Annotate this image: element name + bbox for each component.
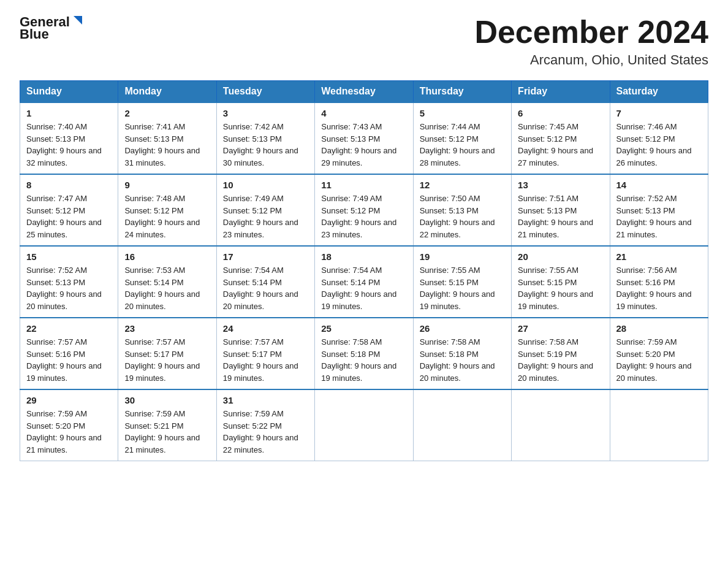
calendar-cell: 14 Sunrise: 7:52 AMSunset: 5:13 PMDaylig… [610, 174, 708, 246]
day-info: Sunrise: 7:52 AMSunset: 5:13 PMDaylight:… [616, 193, 702, 240]
calendar-cell: 8 Sunrise: 7:47 AMSunset: 5:12 PMDayligh… [20, 174, 118, 246]
week-row-4: 22 Sunrise: 7:57 AMSunset: 5:16 PMDaylig… [20, 318, 708, 389]
calendar-cell: 25 Sunrise: 7:58 AMSunset: 5:18 PMDaylig… [315, 318, 413, 389]
day-info: Sunrise: 7:49 AMSunset: 5:12 PMDaylight:… [321, 193, 406, 240]
day-info: Sunrise: 7:54 AMSunset: 5:14 PMDaylight:… [223, 264, 308, 312]
header-monday: Monday [118, 81, 216, 103]
day-info: Sunrise: 7:57 AMSunset: 5:16 PMDaylight:… [26, 336, 112, 384]
logo: General Blue [20, 15, 85, 42]
calendar-cell: 1 Sunrise: 7:40 AMSunset: 5:13 PMDayligh… [20, 102, 118, 174]
day-number: 8 [26, 180, 112, 190]
day-info: Sunrise: 7:43 AMSunset: 5:13 PMDaylight:… [321, 121, 406, 169]
calendar-cell: 30 Sunrise: 7:59 AMSunset: 5:21 PMDaylig… [118, 389, 216, 461]
header-tuesday: Tuesday [216, 81, 314, 103]
calendar-cell: 19 Sunrise: 7:55 AMSunset: 5:15 PMDaylig… [413, 246, 511, 318]
location-title: Arcanum, Ohio, United States [474, 52, 708, 68]
day-info: Sunrise: 7:58 AMSunset: 5:18 PMDaylight:… [420, 336, 505, 384]
calendar-cell: 21 Sunrise: 7:56 AMSunset: 5:16 PMDaylig… [610, 246, 708, 318]
calendar-cell: 2 Sunrise: 7:41 AMSunset: 5:13 PMDayligh… [118, 102, 216, 174]
calendar-cell: 4 Sunrise: 7:43 AMSunset: 5:13 PMDayligh… [315, 102, 413, 174]
calendar-cell [315, 389, 413, 461]
day-info: Sunrise: 7:56 AMSunset: 5:16 PMDaylight:… [616, 264, 702, 312]
calendar-cell: 26 Sunrise: 7:58 AMSunset: 5:18 PMDaylig… [413, 318, 511, 389]
calendar-cell: 15 Sunrise: 7:52 AMSunset: 5:13 PMDaylig… [20, 246, 118, 318]
calendar-cell: 20 Sunrise: 7:55 AMSunset: 5:15 PMDaylig… [512, 246, 610, 318]
header-row: SundayMondayTuesdayWednesdayThursdayFrid… [20, 81, 708, 103]
day-info: Sunrise: 7:55 AMSunset: 5:15 PMDaylight:… [420, 264, 505, 312]
header-thursday: Thursday [413, 81, 511, 103]
day-info: Sunrise: 7:57 AMSunset: 5:17 PMDaylight:… [124, 336, 210, 384]
day-number: 6 [518, 108, 603, 118]
day-number: 2 [124, 108, 210, 118]
calendar-cell: 17 Sunrise: 7:54 AMSunset: 5:14 PMDaylig… [216, 246, 314, 318]
day-number: 14 [616, 180, 702, 190]
day-info: Sunrise: 7:54 AMSunset: 5:14 PMDaylight:… [321, 264, 406, 312]
day-number: 20 [518, 251, 603, 262]
week-row-5: 29 Sunrise: 7:59 AMSunset: 5:20 PMDaylig… [20, 389, 708, 461]
day-info: Sunrise: 7:52 AMSunset: 5:13 PMDaylight:… [26, 264, 112, 312]
day-info: Sunrise: 7:50 AMSunset: 5:13 PMDaylight:… [420, 193, 505, 240]
day-number: 19 [420, 251, 505, 262]
day-number: 1 [26, 108, 112, 118]
calendar-cell: 29 Sunrise: 7:59 AMSunset: 5:20 PMDaylig… [20, 389, 118, 461]
day-info: Sunrise: 7:59 AMSunset: 5:21 PMDaylight:… [124, 408, 210, 456]
day-info: Sunrise: 7:58 AMSunset: 5:19 PMDaylight:… [518, 336, 603, 384]
day-info: Sunrise: 7:47 AMSunset: 5:12 PMDaylight:… [26, 193, 112, 240]
day-info: Sunrise: 7:57 AMSunset: 5:17 PMDaylight:… [223, 336, 308, 384]
day-number: 16 [124, 251, 210, 262]
title-area: December 2024 Arcanum, Ohio, United Stat… [474, 15, 708, 68]
calendar-cell: 18 Sunrise: 7:54 AMSunset: 5:14 PMDaylig… [315, 246, 413, 318]
day-number: 27 [518, 323, 603, 334]
calendar-cell: 31 Sunrise: 7:59 AMSunset: 5:22 PMDaylig… [216, 389, 314, 461]
header-wednesday: Wednesday [315, 81, 413, 103]
day-info: Sunrise: 7:51 AMSunset: 5:13 PMDaylight:… [518, 193, 603, 240]
calendar-cell: 16 Sunrise: 7:53 AMSunset: 5:14 PMDaylig… [118, 246, 216, 318]
day-info: Sunrise: 7:48 AMSunset: 5:12 PMDaylight:… [124, 193, 210, 240]
day-info: Sunrise: 7:58 AMSunset: 5:18 PMDaylight:… [321, 336, 406, 384]
day-number: 23 [124, 323, 210, 334]
calendar-table: SundayMondayTuesdayWednesdayThursdayFrid… [20, 80, 708, 461]
day-number: 10 [223, 180, 308, 190]
day-number: 28 [616, 323, 702, 334]
calendar-cell: 6 Sunrise: 7:45 AMSunset: 5:12 PMDayligh… [512, 102, 610, 174]
day-number: 25 [321, 323, 406, 334]
day-info: Sunrise: 7:40 AMSunset: 5:13 PMDaylight:… [26, 121, 112, 169]
day-number: 31 [223, 395, 308, 405]
calendar-cell: 28 Sunrise: 7:59 AMSunset: 5:20 PMDaylig… [610, 318, 708, 389]
calendar-cell [413, 389, 511, 461]
calendar-cell: 10 Sunrise: 7:49 AMSunset: 5:12 PMDaylig… [216, 174, 314, 246]
calendar-cell: 7 Sunrise: 7:46 AMSunset: 5:12 PMDayligh… [610, 102, 708, 174]
day-info: Sunrise: 7:59 AMSunset: 5:20 PMDaylight:… [616, 336, 702, 384]
day-info: Sunrise: 7:59 AMSunset: 5:20 PMDaylight:… [26, 408, 112, 456]
day-info: Sunrise: 7:42 AMSunset: 5:13 PMDaylight:… [223, 121, 308, 169]
calendar-cell [610, 389, 708, 461]
day-number: 22 [26, 323, 112, 334]
header-saturday: Saturday [610, 81, 708, 103]
day-number: 24 [223, 323, 308, 334]
week-row-2: 8 Sunrise: 7:47 AMSunset: 5:12 PMDayligh… [20, 174, 708, 246]
day-number: 30 [124, 395, 210, 405]
day-number: 12 [420, 180, 505, 190]
day-number: 15 [26, 251, 112, 262]
day-info: Sunrise: 7:53 AMSunset: 5:14 PMDaylight:… [124, 264, 210, 312]
calendar-cell: 24 Sunrise: 7:57 AMSunset: 5:17 PMDaylig… [216, 318, 314, 389]
calendar-cell: 3 Sunrise: 7:42 AMSunset: 5:13 PMDayligh… [216, 102, 314, 174]
header-friday: Friday [512, 81, 610, 103]
calendar-cell: 5 Sunrise: 7:44 AMSunset: 5:12 PMDayligh… [413, 102, 511, 174]
day-number: 17 [223, 251, 308, 262]
calendar-cell: 9 Sunrise: 7:48 AMSunset: 5:12 PMDayligh… [118, 174, 216, 246]
logo-blue: Blue [20, 27, 49, 42]
calendar-cell: 22 Sunrise: 7:57 AMSunset: 5:16 PMDaylig… [20, 318, 118, 389]
day-number: 9 [124, 180, 210, 190]
day-info: Sunrise: 7:46 AMSunset: 5:12 PMDaylight:… [616, 121, 702, 169]
calendar-cell: 12 Sunrise: 7:50 AMSunset: 5:13 PMDaylig… [413, 174, 511, 246]
calendar-cell [512, 389, 610, 461]
logo-icon [71, 13, 85, 27]
svg-marker-0 [74, 16, 82, 25]
day-info: Sunrise: 7:41 AMSunset: 5:13 PMDaylight:… [124, 121, 210, 169]
day-number: 4 [321, 108, 406, 118]
calendar-cell: 11 Sunrise: 7:49 AMSunset: 5:12 PMDaylig… [315, 174, 413, 246]
day-number: 13 [518, 180, 603, 190]
week-row-1: 1 Sunrise: 7:40 AMSunset: 5:13 PMDayligh… [20, 102, 708, 174]
day-number: 29 [26, 395, 112, 405]
